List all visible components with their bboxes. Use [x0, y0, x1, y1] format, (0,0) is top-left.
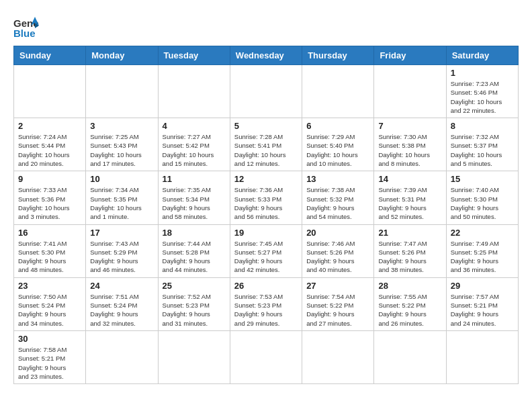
day-info: Sunrise: 7:43 AM Sunset: 5:29 PM Dayligh… [90, 239, 153, 275]
calendar-day-23: 23Sunrise: 7:50 AM Sunset: 5:24 PM Dayli… [14, 277, 86, 330]
day-number: 2 [18, 121, 81, 131]
calendar-day-14: 14Sunrise: 7:39 AM Sunset: 5:31 PM Dayli… [374, 171, 446, 224]
weekday-header-saturday: Saturday [446, 46, 518, 65]
day-info: Sunrise: 7:28 AM Sunset: 5:41 PM Dayligh… [234, 132, 298, 168]
day-number: 4 [163, 121, 226, 131]
calendar-day-27: 27Sunrise: 7:54 AM Sunset: 5:22 PM Dayli… [302, 277, 374, 330]
day-number: 20 [306, 228, 369, 238]
day-info: Sunrise: 7:58 AM Sunset: 5:21 PM Dayligh… [18, 345, 81, 381]
day-info: Sunrise: 7:23 AM Sunset: 5:46 PM Dayligh… [451, 79, 514, 115]
day-number: 26 [234, 281, 298, 291]
weekday-header-monday: Monday [86, 46, 158, 65]
day-number: 7 [378, 121, 441, 131]
day-info: Sunrise: 7:25 AM Sunset: 5:43 PM Dayligh… [90, 132, 153, 168]
calendar-empty-cell [86, 330, 158, 383]
day-number: 9 [18, 174, 81, 184]
day-info: Sunrise: 7:41 AM Sunset: 5:30 PM Dayligh… [18, 239, 81, 275]
calendar-day-11: 11Sunrise: 7:35 AM Sunset: 5:34 PM Dayli… [158, 171, 230, 224]
calendar-empty-cell [302, 65, 374, 118]
day-info: Sunrise: 7:54 AM Sunset: 5:22 PM Dayligh… [306, 292, 369, 328]
calendar-day-3: 3Sunrise: 7:25 AM Sunset: 5:43 PM Daylig… [86, 118, 158, 171]
calendar-day-5: 5Sunrise: 7:28 AM Sunset: 5:41 PM Daylig… [230, 118, 302, 171]
day-info: Sunrise: 7:49 AM Sunset: 5:25 PM Dayligh… [451, 239, 514, 275]
calendar-day-9: 9Sunrise: 7:33 AM Sunset: 5:36 PM Daylig… [14, 171, 86, 224]
calendar-day-6: 6Sunrise: 7:29 AM Sunset: 5:40 PM Daylig… [302, 118, 374, 171]
weekday-header-sunday: Sunday [14, 46, 86, 65]
calendar-day-29: 29Sunrise: 7:57 AM Sunset: 5:21 PM Dayli… [446, 277, 518, 330]
calendar-day-19: 19Sunrise: 7:45 AM Sunset: 5:27 PM Dayli… [230, 224, 302, 277]
calendar-day-2: 2Sunrise: 7:24 AM Sunset: 5:44 PM Daylig… [14, 118, 86, 171]
day-info: Sunrise: 7:32 AM Sunset: 5:37 PM Dayligh… [451, 132, 514, 168]
day-number: 8 [451, 121, 514, 131]
day-number: 27 [306, 281, 369, 291]
day-number: 29 [451, 281, 514, 291]
day-info: Sunrise: 7:45 AM Sunset: 5:27 PM Dayligh… [234, 239, 298, 275]
calendar-day-12: 12Sunrise: 7:36 AM Sunset: 5:33 PM Dayli… [230, 171, 302, 224]
calendar-day-7: 7Sunrise: 7:30 AM Sunset: 5:38 PM Daylig… [374, 118, 446, 171]
page: General Blue SundayMondayTuesdayWednesda… [0, 0, 532, 398]
day-number: 17 [90, 228, 153, 238]
day-info: Sunrise: 7:50 AM Sunset: 5:24 PM Dayligh… [18, 292, 81, 328]
day-info: Sunrise: 7:52 AM Sunset: 5:23 PM Dayligh… [163, 292, 226, 328]
calendar-day-13: 13Sunrise: 7:38 AM Sunset: 5:32 PM Dayli… [302, 171, 374, 224]
day-number: 11 [163, 174, 226, 184]
weekday-header-thursday: Thursday [302, 46, 374, 65]
calendar-empty-cell [230, 330, 302, 383]
calendar-week-row: 23Sunrise: 7:50 AM Sunset: 5:24 PM Dayli… [14, 277, 519, 330]
day-info: Sunrise: 7:33 AM Sunset: 5:36 PM Dayligh… [18, 185, 81, 221]
day-number: 28 [378, 281, 441, 291]
day-info: Sunrise: 7:34 AM Sunset: 5:35 PM Dayligh… [90, 185, 153, 221]
calendar-day-22: 22Sunrise: 7:49 AM Sunset: 5:25 PM Dayli… [446, 224, 518, 277]
generalblue-logo-icon: General Blue [13, 13, 39, 39]
calendar-empty-cell [374, 65, 446, 118]
calendar-table: SundayMondayTuesdayWednesdayThursdayFrid… [13, 46, 519, 384]
calendar-day-24: 24Sunrise: 7:51 AM Sunset: 5:24 PM Dayli… [86, 277, 158, 330]
weekday-header-row: SundayMondayTuesdayWednesdayThursdayFrid… [14, 46, 519, 65]
svg-text:Blue: Blue [13, 28, 36, 39]
weekday-header-tuesday: Tuesday [158, 46, 230, 65]
day-info: Sunrise: 7:46 AM Sunset: 5:26 PM Dayligh… [306, 239, 369, 275]
day-info: Sunrise: 7:40 AM Sunset: 5:30 PM Dayligh… [451, 185, 514, 221]
day-number: 19 [234, 228, 298, 238]
day-number: 3 [90, 121, 153, 131]
day-info: Sunrise: 7:30 AM Sunset: 5:38 PM Dayligh… [378, 132, 441, 168]
day-info: Sunrise: 7:57 AM Sunset: 5:21 PM Dayligh… [451, 292, 514, 328]
logo: General Blue [13, 11, 39, 39]
day-number: 15 [451, 174, 514, 184]
calendar-day-4: 4Sunrise: 7:27 AM Sunset: 5:42 PM Daylig… [158, 118, 230, 171]
calendar-empty-cell [230, 65, 302, 118]
calendar-empty-cell [158, 65, 230, 118]
weekday-header-wednesday: Wednesday [230, 46, 302, 65]
calendar-day-21: 21Sunrise: 7:47 AM Sunset: 5:26 PM Dayli… [374, 224, 446, 277]
day-info: Sunrise: 7:44 AM Sunset: 5:28 PM Dayligh… [163, 239, 226, 275]
day-info: Sunrise: 7:53 AM Sunset: 5:23 PM Dayligh… [234, 292, 298, 328]
calendar-day-1: 1Sunrise: 7:23 AM Sunset: 5:46 PM Daylig… [446, 65, 518, 118]
day-number: 12 [234, 174, 298, 184]
day-number: 16 [18, 228, 81, 238]
calendar-week-row: 2Sunrise: 7:24 AM Sunset: 5:44 PM Daylig… [14, 118, 519, 171]
weekday-header-friday: Friday [374, 46, 446, 65]
day-number: 10 [90, 174, 153, 184]
calendar-day-10: 10Sunrise: 7:34 AM Sunset: 5:35 PM Dayli… [86, 171, 158, 224]
calendar-empty-cell [86, 65, 158, 118]
calendar-empty-cell [302, 330, 374, 383]
day-info: Sunrise: 7:27 AM Sunset: 5:42 PM Dayligh… [163, 132, 226, 168]
day-info: Sunrise: 7:38 AM Sunset: 5:32 PM Dayligh… [306, 185, 369, 221]
calendar-week-row: 30Sunrise: 7:58 AM Sunset: 5:21 PM Dayli… [14, 330, 519, 383]
calendar-day-15: 15Sunrise: 7:40 AM Sunset: 5:30 PM Dayli… [446, 171, 518, 224]
day-number: 18 [163, 228, 226, 238]
calendar-day-25: 25Sunrise: 7:52 AM Sunset: 5:23 PM Dayli… [158, 277, 230, 330]
calendar-week-row: 9Sunrise: 7:33 AM Sunset: 5:36 PM Daylig… [14, 171, 519, 224]
calendar-day-8: 8Sunrise: 7:32 AM Sunset: 5:37 PM Daylig… [446, 118, 518, 171]
day-number: 13 [306, 174, 369, 184]
day-number: 25 [163, 281, 226, 291]
day-number: 5 [234, 121, 298, 131]
calendar-day-20: 20Sunrise: 7:46 AM Sunset: 5:26 PM Dayli… [302, 224, 374, 277]
calendar-empty-cell [158, 330, 230, 383]
calendar-empty-cell [446, 330, 518, 383]
day-info: Sunrise: 7:47 AM Sunset: 5:26 PM Dayligh… [378, 239, 441, 275]
calendar-day-26: 26Sunrise: 7:53 AM Sunset: 5:23 PM Dayli… [230, 277, 302, 330]
day-number: 23 [18, 281, 81, 291]
calendar-day-30: 30Sunrise: 7:58 AM Sunset: 5:21 PM Dayli… [14, 330, 86, 383]
day-info: Sunrise: 7:35 AM Sunset: 5:34 PM Dayligh… [163, 185, 226, 221]
